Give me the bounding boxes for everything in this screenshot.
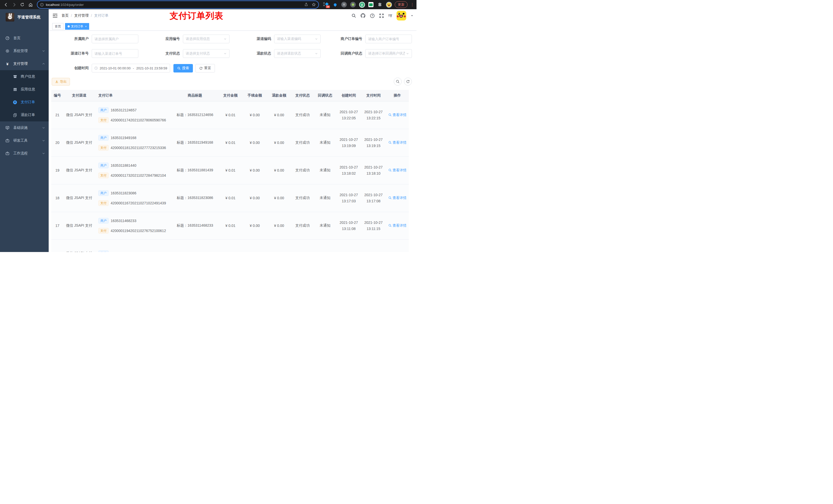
- github-icon[interactable]: [360, 13, 365, 18]
- avatar-caret-icon[interactable]: [411, 14, 413, 17]
- toggle-search-button[interactable]: [394, 78, 402, 86]
- app-select[interactable]: 请选择应用信息: [183, 34, 230, 43]
- col-status: 支付状态: [291, 90, 314, 101]
- tab-close-icon[interactable]: ×: [85, 23, 87, 29]
- gear-icon: [5, 49, 9, 53]
- col-title: 商品标题: [172, 90, 218, 101]
- callback-status-select[interactable]: 请选择订单回调商户状态: [365, 49, 412, 58]
- sidebar-item-merchant-info[interactable]: 商户信息: [0, 70, 49, 83]
- filter-label-pay-status: 支付状态: [142, 51, 183, 56]
- share-icon[interactable]: [304, 3, 308, 7]
- merchant-tag: 商户: [98, 190, 109, 196]
- browser-menu-icon[interactable]: ⋮: [410, 2, 414, 7]
- col-fee: 手续金额: [243, 90, 267, 101]
- extension-emoji-icon[interactable]: [386, 2, 392, 8]
- date-range-end[interactable]: 2021-10-31 23:59:59: [136, 66, 167, 70]
- chevron-down-icon: [406, 52, 409, 55]
- merchant-tag: 商户: [98, 250, 109, 252]
- view-detail-link[interactable]: 查看详情: [388, 168, 406, 173]
- col-amount: 支付金额: [218, 90, 243, 101]
- address-bar[interactable]: localhost:1024/pay/order: [38, 1, 318, 8]
- browser-home-icon[interactable]: [27, 1, 34, 8]
- sidebar-item-infra[interactable]: 基础设施: [0, 121, 49, 134]
- breadcrumb-current: 支付订单: [94, 13, 109, 18]
- merchant-input-field[interactable]: [95, 37, 136, 41]
- extension-command-icon[interactable]: ⌘: [341, 2, 347, 8]
- user-avatar[interactable]: [397, 11, 406, 21]
- sidebar-item-payment[interactable]: ¥ 支付管理: [0, 57, 49, 70]
- table-row: 18 微信 JSAPI 支付 商户1635311823086 支付4200001…: [51, 184, 409, 212]
- sidebar-item-workflow[interactable]: 工作流程: [0, 147, 49, 160]
- browser-reload-icon[interactable]: [19, 1, 26, 8]
- sidebar-item-refund-order[interactable]: 退款订单: [0, 109, 49, 121]
- create-time-range-picker[interactable]: 2021-10-01 00:00:00 - 2021-10-31 23:59:5…: [92, 64, 170, 72]
- merchant-order-no-input[interactable]: [365, 34, 412, 43]
- sidebar-menu: 首页 系统管理 ¥ 支付管理: [0, 28, 49, 160]
- col-channel: 支付渠道: [64, 90, 95, 101]
- merchant-tag: 商户: [98, 107, 109, 113]
- browser-back-icon[interactable]: [3, 1, 9, 8]
- sidebar-item-system[interactable]: 系统管理: [0, 45, 49, 57]
- extension-chat-icon[interactable]: [368, 2, 374, 8]
- pay-status-select[interactable]: 请选择支付状态: [183, 49, 230, 58]
- shop-icon: [13, 74, 17, 79]
- browser-update-button[interactable]: 更新: [395, 1, 407, 8]
- font-size-icon[interactable]: TT: [388, 14, 392, 18]
- merchant-input[interactable]: [92, 34, 138, 43]
- site-info-icon[interactable]: [40, 3, 44, 7]
- col-id: 编号: [51, 90, 64, 101]
- bookmark-star-icon[interactable]: [312, 3, 316, 7]
- view-detail-link[interactable]: 查看详情: [388, 113, 406, 117]
- channel-order-no-input[interactable]: [92, 49, 138, 58]
- extension-tabs-icon[interactable]: 10: [323, 2, 329, 8]
- sidebar-item-devtools[interactable]: 研发工具: [0, 134, 49, 147]
- table-header-row: 编号 支付渠道 支付订单 商品标题 支付金额 手续金额 退款金额 支付状态 回调…: [51, 90, 409, 101]
- extension-kite-icon[interactable]: [332, 2, 338, 8]
- fullscreen-icon[interactable]: [379, 13, 384, 18]
- refresh-table-button[interactable]: [404, 78, 412, 86]
- view-detail-link[interactable]: 查看详情: [388, 223, 406, 228]
- breadcrumb: 首页 / 支付管理 / 支付订单: [62, 13, 109, 18]
- navbar-actions: ? TT: [352, 11, 413, 21]
- view-detail-link[interactable]: 查看详情: [388, 196, 406, 200]
- col-action: 操作: [386, 90, 409, 101]
- filter-label-create-time: 创建时间: [51, 66, 92, 70]
- merchant-tag: 商户: [98, 163, 109, 168]
- sidebar-item-pay-order[interactable]: ¥ 支付订单: [0, 96, 49, 109]
- extension-recorder-icon[interactable]: [350, 2, 356, 8]
- tab-home[interactable]: 首页: [52, 23, 64, 30]
- tab-pay-order[interactable]: 支付订单 ×: [65, 23, 89, 30]
- refund-status-select[interactable]: 请选择退款状态: [274, 49, 321, 58]
- collapse-sidebar-icon[interactable]: [52, 13, 58, 19]
- breadcrumb-payment[interactable]: 支付管理: [74, 13, 89, 18]
- channel-order-no-field[interactable]: [95, 52, 136, 55]
- search-button[interactable]: 搜索: [173, 64, 193, 72]
- filter-label-channel-order-no: 渠道订单号: [51, 51, 92, 56]
- toolbox-icon: [5, 139, 9, 143]
- date-range-start[interactable]: 2021-10-01 00:00:00: [100, 66, 130, 70]
- breadcrumb-home[interactable]: 首页: [62, 13, 69, 18]
- page-content: 所属商户 应用编号 请选择应用信息 渠道编码 请输入渠道编码: [49, 31, 416, 252]
- extension-vue-devtools-icon[interactable]: y: [359, 2, 365, 8]
- col-notify: 回调状态: [314, 90, 336, 101]
- reset-button[interactable]: 重置: [195, 64, 215, 72]
- help-icon[interactable]: ?: [370, 13, 375, 18]
- payment-submenu: 商户信息 应用信息 ¥ 支付订单: [0, 70, 49, 121]
- header-search-icon[interactable]: [352, 13, 356, 18]
- filter-label-merchant-order-no: 商户订单编号: [325, 37, 365, 41]
- sidebar-item-home[interactable]: 首页: [0, 32, 49, 45]
- extension-icons: 10 ⌘ y 更新 ⋮: [323, 1, 414, 8]
- channel-code-select[interactable]: 请输入渠道编码: [274, 34, 321, 43]
- filter-label-merchant: 所属商户: [51, 37, 92, 41]
- clock-icon: [94, 66, 98, 70]
- chevron-down-icon: [223, 38, 227, 41]
- yen-icon: ¥: [5, 62, 9, 66]
- view-detail-link[interactable]: 查看详情: [388, 140, 406, 145]
- logo-image: [6, 13, 14, 22]
- extensions-puzzle-icon[interactable]: [377, 2, 383, 8]
- merchant-order-no-field[interactable]: [368, 37, 409, 41]
- sidebar-item-app-info[interactable]: 应用信息: [0, 83, 49, 96]
- export-button[interactable]: 导出: [52, 78, 70, 86]
- browser-forward-icon[interactable]: [11, 1, 18, 8]
- table-toolbar: 导出: [52, 78, 414, 86]
